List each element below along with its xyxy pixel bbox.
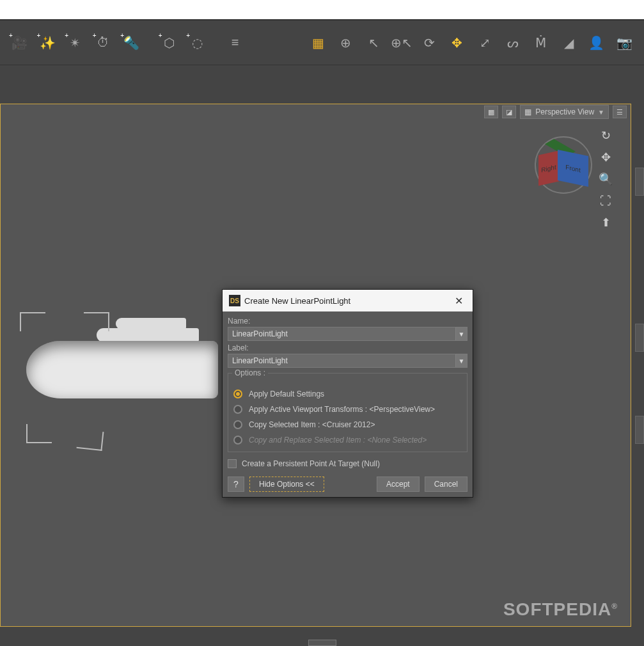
option-copy-replace: Copy and Replace Selected Item : <None S…	[233, 432, 462, 448]
move-icon[interactable]: ✥	[445, 31, 469, 55]
option-label: Copy Selected Item : <Cruiser 2012>	[249, 420, 375, 429]
name-input[interactable]	[228, 329, 455, 338]
dock-handle-1[interactable]	[635, 168, 644, 196]
new-spotlight-icon[interactable]: +✨	[36, 31, 60, 55]
checkbox-icon	[228, 459, 237, 468]
app-frame: +🎥 +✨ +✴ +⏱ +🔦 +⬡ +◌ ≡ ▦ ⊕ ↖ ⊕↖ ⟳ ✥ ⤢ ᔕ …	[0, 19, 644, 646]
accept-button[interactable]: Accept	[377, 477, 420, 492]
align-icon[interactable]: ≡	[223, 31, 247, 55]
select-icon[interactable]: ↖	[361, 31, 386, 55]
region-icon[interactable]: 👤	[585, 31, 609, 55]
option-copy-selected[interactable]: Copy Selected Item : <Cruiser 2012>	[233, 417, 462, 432]
view-label: Perspective View	[535, 107, 594, 116]
orbit-icon[interactable]: ↻	[597, 127, 614, 144]
options-title: Options :	[232, 368, 268, 377]
new-camera-icon[interactable]: +🎥	[8, 31, 32, 55]
radio-icon	[233, 420, 242, 429]
reset-icon[interactable]: ⬆	[597, 214, 614, 231]
figure-icon[interactable]: Ṁ	[529, 31, 553, 55]
checkbox-label: Create a Persistent Point At Target (Nul…	[242, 459, 380, 468]
radio-icon	[233, 390, 242, 398]
label-label: Label:	[228, 343, 467, 352]
dock-handle-2[interactable]	[635, 324, 644, 352]
help-button[interactable]: ?	[228, 477, 244, 492]
pose-icon[interactable]: ᔕ	[501, 31, 525, 55]
label-dropdown-icon[interactable]: ▼	[455, 354, 467, 367]
watermark: SOFTPEDIA®	[503, 599, 618, 620]
viewport-tools: ↻ ✥ 🔍 ⛶ ⬆	[593, 123, 618, 235]
new-point-light-icon[interactable]: +⏱	[91, 31, 116, 55]
dock-handle-3[interactable]	[635, 416, 644, 444]
viewcube-right[interactable]: Right	[538, 151, 559, 186]
hide-options-button[interactable]: Hide Options <<	[249, 477, 324, 492]
frame-icon[interactable]: ⛶	[597, 193, 614, 209]
rotate-icon[interactable]: ⟳	[418, 31, 442, 55]
globe-icon[interactable]: ⊕	[334, 31, 358, 55]
dialog-title: Create New LinearPointLight	[244, 296, 350, 306]
viewport-header: ▩ ◪ ▦ Perspective View ▼ ☰	[1, 104, 631, 120]
close-icon[interactable]: ✕	[451, 293, 466, 308]
checkbox-persistent-point[interactable]: Create a Persistent Point At Target (Nul…	[228, 456, 467, 471]
option-viewport-transforms[interactable]: Apply Active Viewport Transforms : <Pers…	[233, 402, 462, 417]
right-dock	[635, 168, 644, 627]
app-logo-icon: DS	[229, 295, 240, 306]
view-cube[interactable]: Right Front	[535, 136, 592, 194]
new-null-icon[interactable]: +⬡	[157, 31, 182, 55]
viewcube-front[interactable]: Front	[558, 150, 588, 187]
option-label: Apply Active Viewport Transforms : <Pers…	[249, 405, 435, 414]
bottom-dock-handle[interactable]	[308, 640, 336, 646]
select-target-icon[interactable]: ⊕↖	[389, 31, 414, 55]
vp-icon-1[interactable]: ▩	[484, 106, 498, 118]
grid-small-icon: ▦	[524, 107, 531, 116]
view-selector[interactable]: ▦ Perspective View ▼	[520, 105, 609, 119]
create-light-dialog: DS Create New LinearPointLight ✕ Name: ▼…	[222, 289, 473, 498]
option-label: Copy and Replace Selected Item : <None S…	[249, 436, 427, 445]
zoom-icon[interactable]: 🔍	[597, 171, 614, 187]
camera-icon[interactable]: 📷	[612, 31, 636, 55]
name-dropdown-icon[interactable]: ▼	[455, 327, 467, 340]
dialog-titlebar[interactable]: DS Create New LinearPointLight ✕	[223, 290, 473, 311]
radio-icon	[233, 436, 242, 445]
cancel-button[interactable]: Cancel	[425, 477, 467, 492]
scale-icon[interactable]: ⤢	[473, 31, 498, 55]
option-label: Apply Default Settings	[249, 390, 324, 398]
surface-icon[interactable]: ◢	[556, 31, 581, 55]
main-toolbar: +🎥 +✨ +✴ +⏱ +🔦 +⬡ +◌ ≡ ▦ ⊕ ↖ ⊕↖ ⟳ ✥ ⤢ ᔕ …	[0, 20, 644, 65]
name-label: Name:	[228, 317, 467, 326]
vp-menu-icon[interactable]: ☰	[613, 106, 627, 118]
option-default-settings[interactable]: Apply Default Settings	[233, 386, 462, 402]
label-input[interactable]	[228, 356, 455, 365]
new-distant-light-icon[interactable]: +✴	[63, 31, 88, 55]
radio-icon	[233, 405, 242, 414]
options-group: Options : Apply Default Settings Apply A…	[228, 373, 467, 452]
grid-icon[interactable]: ▦	[306, 31, 330, 55]
vp-icon-2[interactable]: ◪	[502, 106, 516, 118]
scene-object-ship[interactable]	[26, 315, 218, 411]
new-group-icon[interactable]: +◌	[185, 31, 209, 55]
pan-icon[interactable]: ✥	[597, 149, 614, 166]
new-linear-light-icon[interactable]: +🔦	[119, 31, 143, 55]
chevron-down-icon: ▼	[598, 109, 604, 116]
